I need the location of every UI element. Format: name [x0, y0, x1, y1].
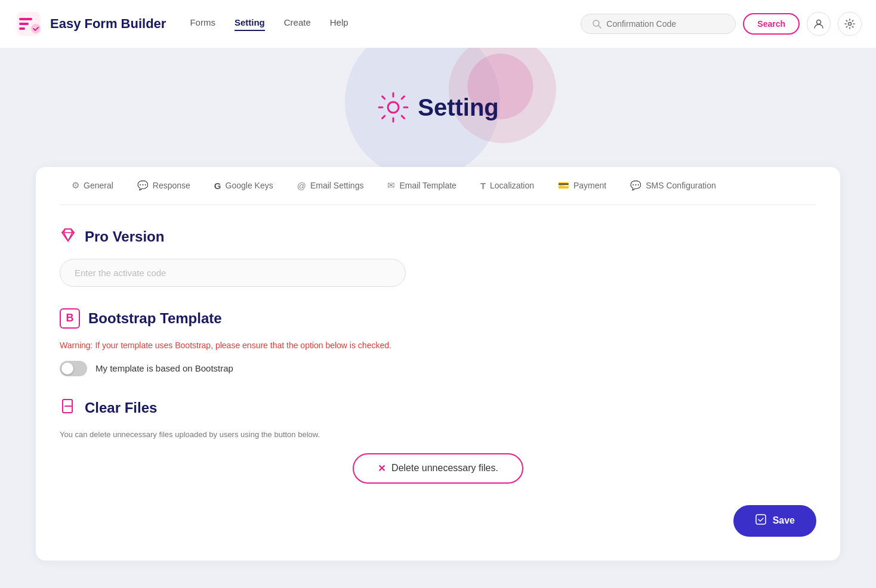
delete-btn-label: Delete unnecessary files. — [391, 463, 498, 474]
tab-email-template[interactable]: ✉ Email Template — [375, 167, 468, 205]
user-button[interactable] — [807, 12, 831, 36]
gear-icon — [844, 18, 855, 29]
sms-tab-icon: 💬 — [630, 180, 641, 191]
user-icon — [813, 18, 824, 29]
bootstrap-template-title: B Bootstrap Template — [60, 308, 816, 329]
bootstrap-toggle-row: My template is based on Bootstrap — [60, 361, 816, 376]
tab-general[interactable]: ⚙ General — [60, 167, 125, 205]
pro-version-title-text: Pro Version — [85, 228, 164, 245]
tab-email-settings[interactable]: @ Email Settings — [285, 168, 376, 205]
nav-item-help[interactable]: Help — [330, 17, 348, 31]
main-content: ⚙ General 💬 Response G Google Keys @ Ema… — [0, 167, 876, 584]
tab-sms-configuration[interactable]: 💬 SMS Configuration — [618, 167, 728, 205]
diamond-icon — [60, 227, 76, 247]
search-input-wrap[interactable] — [581, 14, 736, 34]
svg-point-4 — [31, 24, 41, 33]
nav-item-create[interactable]: Create — [284, 17, 311, 31]
bootstrap-template-title-text: Bootstrap Template — [88, 310, 222, 327]
svg-point-7 — [817, 20, 821, 24]
email-template-tab-icon: ✉ — [387, 180, 395, 191]
tab-payment[interactable]: 💳 Payment — [546, 167, 618, 205]
bootstrap-template-section: B Bootstrap Template Warning: If your te… — [60, 308, 816, 376]
payment-tab-icon: 💳 — [558, 180, 569, 191]
hero-section: Setting — [0, 48, 876, 167]
bootstrap-warning: Warning: If your template uses Bootstrap… — [60, 341, 816, 350]
pro-version-title: Pro Version — [60, 227, 816, 247]
clear-files-title: Clear Files — [60, 398, 816, 418]
nav-item-forms[interactable]: Forms — [190, 17, 215, 31]
save-btn-label: Save — [773, 515, 795, 526]
search-button[interactable]: Search — [743, 13, 800, 35]
logo: Easy Form Builder — [14, 10, 166, 38]
logo-text: Easy Form Builder — [50, 16, 166, 32]
save-icon — [755, 513, 767, 528]
clear-files-title-text: Clear Files — [85, 400, 157, 416]
save-row: Save — [60, 505, 816, 537]
svg-rect-3 — [19, 27, 25, 30]
delete-btn-wrap: ✕ Delete unnecessary files. — [60, 453, 816, 484]
bootstrap-toggle-label: My template is based on Bootstrap — [95, 363, 233, 373]
bootstrap-toggle[interactable] — [60, 361, 87, 376]
search-input[interactable] — [606, 19, 724, 29]
clear-files-description: You can delete unnecessary files uploade… — [60, 430, 816, 439]
response-tab-icon: 💬 — [137, 180, 149, 191]
header-right: Search — [581, 12, 862, 36]
settings-button[interactable] — [838, 12, 862, 36]
bootstrap-icon: B — [60, 308, 80, 329]
activate-code-input[interactable] — [60, 259, 406, 287]
header: Easy Form Builder Forms Setting Create H… — [0, 0, 876, 48]
delete-files-button[interactable]: ✕ Delete unnecessary files. — [353, 453, 523, 484]
svg-rect-2 — [19, 23, 29, 25]
hero-gear-icon — [377, 91, 409, 123]
tab-localization[interactable]: T Localization — [468, 168, 546, 205]
delete-x-icon: ✕ — [378, 463, 385, 474]
page-title: Setting — [418, 94, 499, 121]
localization-tab-icon: T — [480, 181, 486, 191]
clear-files-section: Clear Files You can delete unnecessary f… — [60, 398, 816, 484]
svg-line-6 — [599, 26, 601, 28]
google-keys-tab-icon: G — [214, 181, 221, 191]
settings-tabs: ⚙ General 💬 Response G Google Keys @ Ema… — [60, 167, 816, 205]
svg-rect-1 — [19, 18, 32, 20]
tab-google-keys[interactable]: G Google Keys — [202, 168, 285, 205]
logo-icon — [14, 10, 43, 38]
settings-card: ⚙ General 💬 Response G Google Keys @ Ema… — [36, 167, 840, 561]
svg-point-8 — [849, 23, 852, 26]
svg-point-9 — [388, 102, 399, 113]
general-tab-icon: ⚙ — [72, 180, 79, 191]
email-settings-tab-icon: @ — [297, 181, 306, 191]
hero-title: Setting — [377, 91, 499, 123]
pro-version-section: Pro Version — [60, 227, 816, 287]
file-icon — [60, 398, 76, 418]
search-icon — [592, 19, 602, 29]
svg-rect-12 — [756, 515, 766, 524]
tab-response[interactable]: 💬 Response — [125, 167, 202, 205]
save-button[interactable]: Save — [733, 505, 816, 537]
main-nav: Forms Setting Create Help — [190, 17, 581, 31]
nav-item-setting[interactable]: Setting — [235, 17, 265, 31]
